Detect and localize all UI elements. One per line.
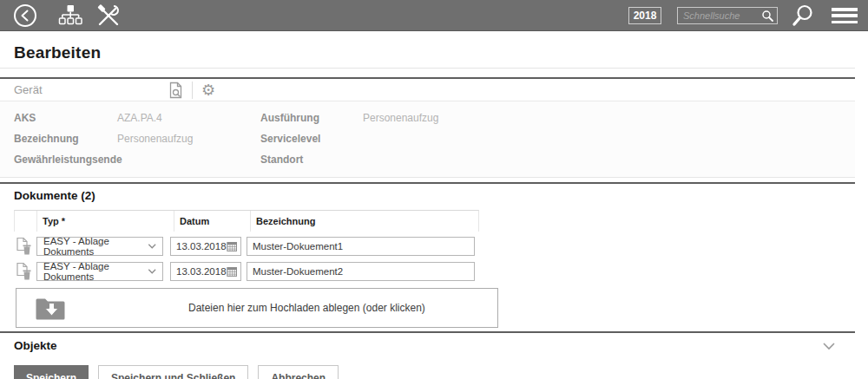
document-name-input[interactable] <box>247 237 475 256</box>
column-header-icon <box>15 211 37 232</box>
column-header-name: Bezeichnung <box>251 211 478 232</box>
document-date-field[interactable]: 13.03.2018 <box>170 262 241 281</box>
cancel-button[interactable]: Abbrechen <box>258 365 339 379</box>
document-date-field[interactable]: 13.03.2018 <box>170 237 241 256</box>
document-name-input[interactable] <box>247 262 475 281</box>
documents-table: Typ * Datum Bezeichnung EASY - Ablage Do… <box>14 210 479 282</box>
section-divider <box>0 182 855 184</box>
chevron-down-icon <box>148 243 156 250</box>
field-label: Standort <box>260 149 363 170</box>
objects-section-header: Objekte <box>0 333 855 358</box>
field-value <box>363 128 855 149</box>
device-section-header: Gerät ⚙ <box>0 79 855 101</box>
column-header-type: Typ * <box>37 211 174 232</box>
menu-icon[interactable] <box>832 8 858 23</box>
document-row: EASY - Ablage Dokuments 13.03.2018 <box>14 236 479 257</box>
page-title: Bearbeiten <box>14 43 868 62</box>
year-field[interactable]: 2018 <box>628 7 661 24</box>
quick-search-input[interactable] <box>683 10 761 21</box>
documents-table-header: Typ * Datum Bezeichnung <box>14 210 479 232</box>
field-label: Ausführung <box>260 108 363 128</box>
documents-section-title: Dokumente (2) <box>14 189 868 202</box>
footer-buttons: Speichern Speichern und Schließen Abbrec… <box>14 365 868 379</box>
field-value: Personenaufzug <box>117 128 260 149</box>
top-toolbar: 2018 <box>0 0 868 31</box>
field-label: AKS <box>14 108 117 128</box>
document-row: EASY - Ablage Dokuments 13.03.2018 <box>14 261 479 282</box>
document-type-select[interactable]: EASY - Ablage Dokuments <box>36 262 163 281</box>
hierarchy-icon[interactable] <box>58 4 82 27</box>
preview-document-icon[interactable] <box>160 81 192 100</box>
upload-folder-icon <box>35 296 67 320</box>
tools-icon[interactable] <box>95 3 122 28</box>
field-value: AZA.PA.4 <box>117 108 260 128</box>
field-label: Bezeichnung <box>14 128 117 149</box>
advanced-search-icon[interactable] <box>790 3 814 28</box>
device-fields-panel: AKS AZA.PA.4 Ausführung Personenaufzug B… <box>0 101 855 178</box>
chevron-down-icon <box>148 268 156 275</box>
divider <box>0 68 855 69</box>
column-header-date: Datum <box>174 211 251 232</box>
dropzone-label: Dateien hier zum Hochladen ablegen (oder… <box>188 302 425 314</box>
save-and-close-button[interactable]: Speichern und Schließen <box>98 365 248 379</box>
field-value: Personenaufzug <box>363 108 855 128</box>
objects-section-title: Objekte <box>14 339 57 352</box>
file-dropzone[interactable]: Dateien hier zum Hochladen ablegen (oder… <box>16 288 498 328</box>
expand-section-icon[interactable] <box>822 342 836 350</box>
search-icon <box>761 10 773 22</box>
field-label: Gewährleistungsende <box>14 149 117 170</box>
calendar-icon <box>227 265 237 278</box>
field-label: Servicelevel <box>260 128 363 149</box>
save-button[interactable]: Speichern <box>14 365 89 379</box>
calendar-icon <box>227 240 237 252</box>
delete-document-icon[interactable] <box>16 262 35 281</box>
field-value <box>363 149 855 170</box>
back-icon[interactable] <box>13 3 37 28</box>
device-section-title: Gerät <box>14 83 160 96</box>
field-value <box>117 149 260 170</box>
gear-icon[interactable]: ⚙ <box>193 81 224 100</box>
document-type-select[interactable]: EASY - Ablage Dokuments <box>36 237 163 256</box>
delete-document-icon[interactable] <box>16 237 35 256</box>
quick-search <box>677 7 778 24</box>
